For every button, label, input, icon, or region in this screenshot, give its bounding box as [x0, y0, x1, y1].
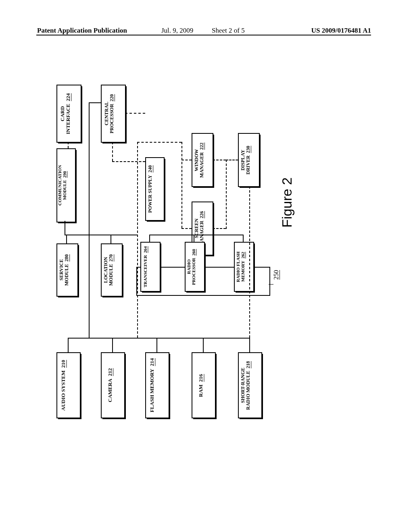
block-ref: 218: [245, 361, 251, 368]
block-ref: 222: [199, 142, 204, 150]
block-card-interface: CARD INTERFACE 224: [56, 85, 81, 143]
block-radio-flash-memory: RADIO FLASH MEMORY 262: [234, 242, 254, 292]
dash-horizontal: [213, 228, 226, 229]
bus-vertical: [156, 338, 157, 352]
block-ram: RAM 216: [192, 352, 216, 418]
bus-vertical: [243, 235, 244, 242]
dash-horizontal: [112, 161, 145, 162]
block-location-module: LOCATION MODULE 270: [101, 243, 123, 297]
bus-horizontal: [66, 235, 89, 235]
block-ref: 290: [62, 171, 67, 178]
header-rule: [36, 35, 371, 35]
dash-horizontal: [181, 160, 192, 160]
publication-type: Patent Application Publication: [37, 27, 127, 35]
block-central-processor: CENTRAL PROCESSOR 220: [101, 85, 126, 143]
block-ref: 270: [108, 254, 114, 262]
bus-vertical: [65, 221, 65, 235]
bus-horizontal: [149, 235, 244, 235]
block-display-driver: DISPLAY DRIVER 230: [238, 133, 260, 187]
radio-group-ref: 250: [273, 270, 280, 280]
bus-vertical: [203, 338, 204, 352]
block-ref: 240: [147, 165, 153, 172]
block-label: AUDIO SYSTEM: [60, 370, 66, 411]
publication-number: US 2009/0176481 A1: [311, 27, 371, 35]
bus-horizontal: [68, 338, 249, 339]
dash-vertical: [226, 160, 227, 229]
dash-vertical: [68, 142, 69, 148]
block-audio-system: AUDIO SYSTEM 210: [56, 352, 81, 418]
block-camera: CAMERA 212: [101, 352, 125, 418]
block-label: SHORT-RANGE RADIO MODULE: [240, 368, 251, 409]
dash-horizontal: [125, 113, 145, 114]
block-ref: 260: [191, 249, 196, 256]
bus-vertical: [149, 235, 150, 242]
block-ref: 214: [149, 358, 155, 366]
block-ref: 224: [65, 93, 71, 101]
block-flash-memory: FLASH MEMORY 214: [145, 352, 169, 418]
bus-vertical: [112, 338, 113, 352]
block-ref: 220: [109, 94, 115, 101]
block-label: DISPLAY DRIVER: [240, 150, 251, 174]
block-label: SERVICE MODULE: [58, 260, 69, 286]
block-service-module: SERVICE MODULE 280: [56, 243, 78, 297]
block-communication-module: COMMUNICATION MODULE 290: [56, 148, 76, 222]
bus-vertical: [249, 338, 250, 352]
dash-vertical: [249, 186, 250, 338]
block-ref: 264: [143, 246, 148, 253]
block-label: RADIO PROCESSOR: [186, 258, 196, 285]
block-label: TRANSCEIVER: [143, 255, 148, 287]
block-ref: 212: [107, 368, 113, 376]
block-ref: 216: [198, 374, 204, 382]
block-label: POWER SUPPLY: [147, 175, 153, 213]
block-label: RAM: [198, 384, 204, 397]
bus-horizontal: [89, 235, 137, 235]
dash-vertical: [137, 142, 138, 338]
leader-line: [269, 284, 273, 285]
dash-vertical: [181, 142, 182, 228]
block-power-supply: POWER SUPPLY 240: [145, 157, 165, 221]
block-label: CENTRAL PROCESSOR: [104, 102, 115, 133]
block-short-range-radio: SHORT-RANGE RADIO MODULE 218: [238, 352, 262, 418]
dash-horizontal: [181, 228, 192, 229]
dash-horizontal: [213, 160, 226, 160]
block-ref: 280: [64, 254, 69, 262]
block-label: WINDOW MANAGER: [194, 149, 204, 177]
block-label: FLASH MEMORY: [149, 369, 155, 412]
block-window-manager: WINDOW MANAGER 222: [192, 133, 213, 187]
dash-horizontal: [137, 142, 181, 143]
block-ref: 230: [245, 145, 251, 153]
bus-vertical-main: [89, 102, 90, 339]
block-label: CARD INTERFACE: [59, 104, 71, 134]
block-radio-processor: RADIO PROCESSOR 260: [185, 242, 205, 292]
dash-horizontal: [226, 160, 238, 160]
bus-vertical: [111, 235, 111, 243]
block-ref: 210: [60, 360, 66, 368]
bus-vertical: [68, 338, 69, 352]
bus-vertical: [194, 235, 194, 242]
figure-label: Figure 2: [279, 177, 295, 228]
block-diagram: AUDIO SYSTEM 210 CAMERA 212 FLASH MEMORY…: [56, 85, 347, 435]
publication-date: Jul. 9, 2009: [161, 27, 193, 35]
block-label: CAMERA: [107, 379, 113, 403]
bus-vertical: [66, 235, 67, 243]
dash-vertical: [112, 142, 113, 161]
block-transceiver: TRANSCEIVER 264: [140, 242, 161, 292]
sheet-number: Sheet 2 of 5: [212, 27, 245, 35]
block-ref: 226: [199, 211, 204, 218]
block-ref: 262: [240, 252, 245, 259]
